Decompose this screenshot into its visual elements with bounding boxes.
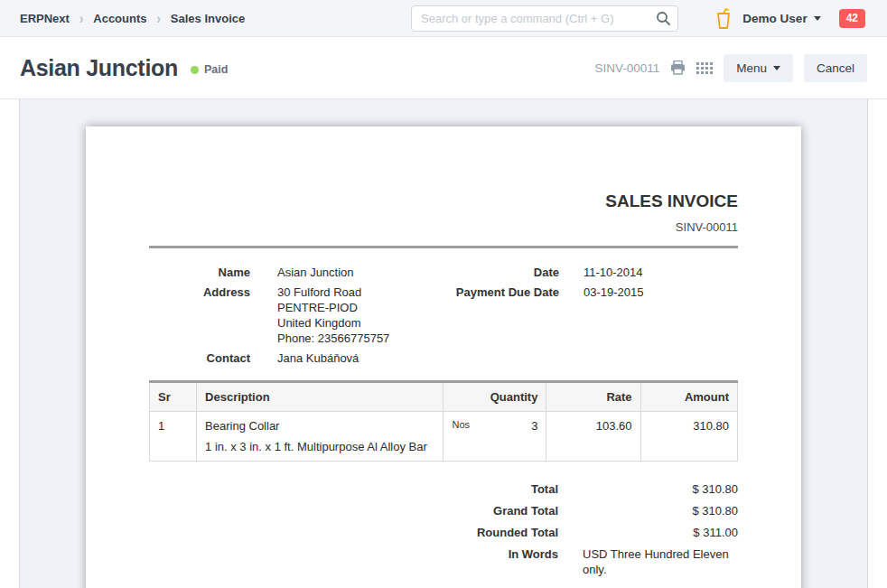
field-label: Address: [149, 285, 250, 346]
user-name: Demo User: [742, 12, 807, 25]
menu-button-label: Menu: [736, 61, 767, 75]
field-value: Jana Kubáňová: [277, 350, 359, 366]
items-table-header-row: Sr Description Quantity Rate Amount: [150, 382, 738, 412]
cancel-button-label: Cancel: [817, 61, 854, 75]
breadcrumb-erpnext[interactable]: ERPNext: [20, 12, 70, 25]
breadcrumb-sales-invoice[interactable]: Sales Invoice: [171, 12, 245, 25]
invoice-fields: Name Asian Junction Address 30 Fulford R…: [149, 265, 738, 370]
address-line: 30 Fulford Road: [277, 285, 389, 300]
field-address: Address 30 Fulford Road PENTRE-PIOD Unit…: [149, 285, 444, 346]
cell-description: Bearing Collar 1 in. x 3 in. x 1 ft. Mul…: [197, 412, 444, 462]
cell-quantity: Nos 3: [444, 412, 546, 462]
item-uom: Nos: [452, 419, 470, 433]
item-qty: 3: [531, 419, 537, 433]
field-contact: Contact Jana Kubáňová: [149, 350, 444, 366]
cell-sr: 1: [150, 412, 197, 462]
field-label: Name: [149, 265, 250, 280]
field-payment-due-date: Payment Due Date 03-19-2015: [444, 285, 738, 300]
breadcrumb: ERPNext › Accounts › Sales Invoice: [20, 12, 245, 25]
column-header-description: Description: [197, 382, 444, 412]
field-value: 11-10-2014: [584, 265, 643, 280]
field-date: Date 11-10-2014: [444, 265, 738, 280]
fields-left-column: Name Asian Junction Address 30 Fulford R…: [149, 265, 444, 370]
page-actions: SINV-00011 Menu Cancel: [594, 54, 867, 82]
field-value: 30 Fulford Road PENTRE-PIOD United Kingd…: [277, 285, 389, 346]
invoice-doc-id: SINV-00011: [149, 220, 738, 234]
column-header-quantity: Quantity: [444, 382, 546, 412]
total-value: $ 311.00: [583, 525, 738, 540]
page-head: Asian Junction Paid SINV-00011 Menu: [0, 37, 887, 99]
address-line: United Kingdom: [277, 315, 389, 331]
fields-right-column: Date 11-10-2014 Payment Due Date 03-19-2…: [444, 265, 738, 370]
field-label: Date: [444, 265, 559, 280]
in-words-row: In Words USD Three Hundred Eleven only.: [149, 546, 738, 577]
chevron-right-icon: ›: [157, 10, 161, 27]
total-value: $ 310.80: [583, 481, 738, 497]
invoice-paper: SALES INVOICE SINV-00011 Name Asian Junc…: [86, 126, 801, 588]
total-row: Total $ 310.80: [149, 481, 738, 497]
field-value: 03-19-2015: [584, 285, 644, 300]
field-label: Contact: [149, 350, 250, 366]
notification-badge[interactable]: 42: [839, 9, 865, 28]
search-icon[interactable]: [656, 11, 671, 30]
rounded-total-row: Rounded Total $ 311.00: [149, 525, 738, 540]
user-menu[interactable]: Demo User: [742, 12, 820, 25]
divider: [149, 246, 738, 248]
grand-total-row: Grand Total $ 310.80: [149, 503, 738, 518]
status-badge: Paid: [191, 63, 228, 76]
total-label: Rounded Total: [149, 525, 558, 540]
navbar-right: Demo User 42: [715, 0, 865, 37]
cell-amount: 310.80: [640, 412, 737, 462]
chevron-right-icon: ›: [79, 10, 83, 27]
address-line: PENTRE-PIOD: [277, 300, 389, 315]
breadcrumb-accounts[interactable]: Accounts: [93, 12, 146, 25]
item-name: Bearing Collar: [205, 419, 434, 433]
address-line: Phone: 23566775757: [277, 331, 389, 346]
column-header-amount: Amount: [640, 382, 737, 412]
chevron-down-icon: [773, 66, 780, 70]
cancel-button[interactable]: Cancel: [804, 54, 867, 82]
field-value: Asian Junction: [277, 265, 354, 280]
total-label: In Words: [149, 546, 558, 577]
print-preview-area: SALES INVOICE SINV-00011 Name Asian Junc…: [19, 99, 868, 588]
main-content: SALES INVOICE SINV-00011 Name Asian Junc…: [0, 99, 887, 588]
totals-section: Total $ 310.80 Grand Total $ 310.80 Roun…: [149, 481, 738, 577]
page-title: Asian Junction: [20, 55, 178, 81]
status-label: Paid: [204, 63, 228, 76]
table-row: 1 Bearing Collar 1 in. x 3 in. x 1 ft. M…: [150, 412, 738, 462]
item-description: 1 in. x 3 in. x 1 ft. Multipurpose Al Al…: [205, 440, 434, 453]
document-id: SINV-00011: [594, 61, 659, 75]
total-label: Grand Total: [149, 503, 558, 518]
cell-rate: 103.60: [546, 412, 640, 462]
status-dot-icon: [191, 66, 199, 74]
column-header-sr: Sr: [150, 382, 197, 412]
grid-icon[interactable]: [696, 62, 713, 74]
menu-button[interactable]: Menu: [724, 54, 793, 82]
drink-cup-icon[interactable]: [715, 8, 732, 30]
total-label: Total: [149, 481, 558, 497]
search-input[interactable]: [411, 5, 678, 32]
total-value: USD Three Hundred Eleven only.: [583, 546, 738, 577]
items-table: Sr Description Quantity Rate Amount 1 Be…: [149, 380, 738, 462]
invoice-heading: SALES INVOICE: [149, 191, 738, 211]
chevron-down-icon: [814, 16, 821, 21]
total-value: $ 310.80: [583, 503, 738, 518]
print-icon[interactable]: [670, 61, 686, 75]
column-header-rate: Rate: [546, 382, 640, 412]
top-navbar: ERPNext › Accounts › Sales Invoice Demo …: [0, 0, 887, 37]
field-name: Name Asian Junction: [149, 265, 444, 280]
global-search: [411, 5, 678, 32]
field-label: Payment Due Date: [444, 285, 559, 300]
